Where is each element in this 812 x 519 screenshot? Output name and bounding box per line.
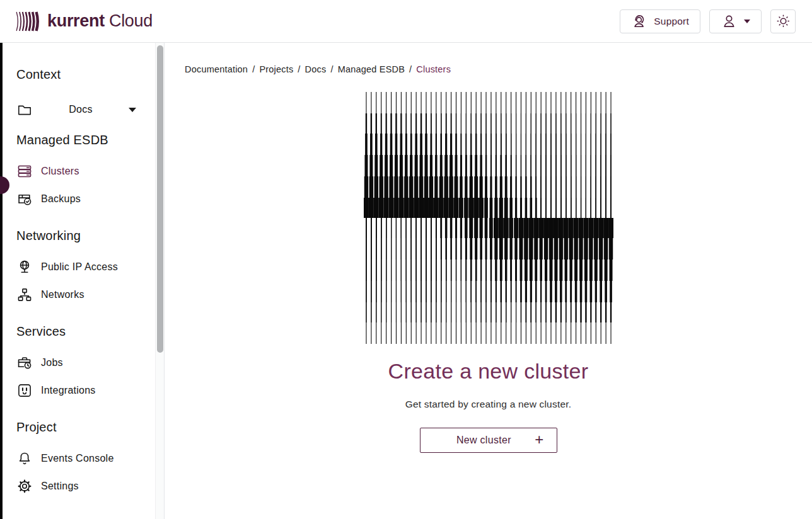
folder-icon (16, 101, 33, 118)
breadcrumb-separator: / (298, 64, 300, 74)
sidebar-heading-managed-esdb: Managed ESDB (16, 131, 155, 149)
sidebar-group-networking: Public IP Access Networks (16, 253, 155, 309)
sidebar-item-jobs[interactable]: Jobs (16, 349, 155, 377)
sidebar-item-networks[interactable]: Networks (16, 281, 155, 309)
breadcrumb-link-documentation[interactable]: Documentation (185, 64, 248, 74)
context-selector[interactable]: Docs (16, 97, 141, 122)
sidebar-item-public-ip-access[interactable]: Public IP Access (16, 253, 155, 281)
breadcrumb-link-managed-esdb[interactable]: Managed ESDB (338, 64, 405, 74)
sidebar-heading-services: Services (16, 322, 155, 340)
app-logo[interactable]: kurrentCloud (15, 10, 153, 33)
sidebar: Context Docs Managed ESDB Clusters (3, 43, 155, 519)
breadcrumb-separator: / (330, 64, 333, 74)
sidebar-item-label: Jobs (41, 357, 63, 368)
empty-state-title: Create a new cluster (388, 359, 589, 384)
app-header: kurrentCloud Support (0, 0, 812, 43)
logo-text: kurrentCloud (47, 11, 153, 31)
breadcrumb-current: Clusters (416, 64, 451, 74)
sidebar-heading-project: Project (16, 418, 155, 436)
logo-wave-icon (15, 10, 42, 33)
sidebar-heading-networking: Networking (16, 227, 155, 244)
app-body: Context Docs Managed ESDB Clusters (0, 43, 812, 519)
cluster-wave-illustration (364, 92, 613, 344)
user-menu-button[interactable] (709, 9, 762, 33)
sidebar-item-events-console[interactable]: Events Console (16, 445, 155, 472)
sidebar-scrollbar-track (155, 43, 165, 519)
settings-icon (16, 478, 33, 494)
backups-icon (16, 191, 33, 207)
events-console-icon (16, 450, 33, 467)
clusters-icon (16, 163, 33, 180)
sidebar-item-label: Integrations (41, 385, 96, 396)
sidebar-heading-context: Context (16, 66, 155, 83)
support-button[interactable]: Support (620, 9, 700, 33)
empty-state: Create a new cluster Get started by crea… (165, 92, 812, 453)
sidebar-scrollbar-thumb[interactable] (157, 45, 163, 353)
sidebar-item-label: Backups (41, 193, 81, 205)
chevron-down-icon (744, 20, 750, 23)
integrations-icon (16, 382, 33, 399)
sidebar-item-label: Public IP Access (41, 261, 118, 273)
breadcrumb-link-docs[interactable]: Docs (305, 64, 327, 74)
header-actions: Support (620, 9, 796, 33)
plus-icon: + (535, 432, 543, 447)
breadcrumb: Documentation/Projects/Docs/Managed ESDB… (185, 64, 812, 74)
breadcrumb-separator: / (252, 64, 255, 74)
logo-suffix: Cloud (109, 11, 153, 30)
theme-toggle-button[interactable] (770, 9, 796, 33)
networks-icon (16, 287, 33, 303)
sidebar-item-settings[interactable]: Settings (16, 472, 155, 500)
public-ip-icon (16, 259, 33, 275)
new-cluster-button-label: New cluster (433, 435, 535, 446)
sidebar-item-label: Events Console (41, 453, 114, 464)
jobs-icon (16, 355, 33, 371)
sidebar-group-project: Events Console Settings (16, 445, 155, 500)
sidebar-item-label: Settings (41, 481, 79, 492)
sidebar-group-services: Jobs Integrations (16, 349, 155, 404)
empty-state-subtitle: Get started by creating a new cluster. (405, 399, 571, 410)
logo-name: kurrent (47, 11, 105, 30)
breadcrumb-separator: / (409, 64, 412, 74)
new-cluster-button[interactable]: New cluster + (420, 428, 557, 453)
sidebar-item-backups[interactable]: Backups (16, 185, 155, 213)
sidebar-item-clusters[interactable]: Clusters (16, 157, 155, 185)
breadcrumb-link-projects[interactable]: Projects (259, 64, 293, 74)
theme-icon (775, 13, 791, 29)
sidebar-group-managed-esdb: Clusters Backups (16, 157, 155, 213)
sidebar-item-label: Clusters (41, 166, 79, 177)
chevron-down-icon (129, 108, 136, 112)
user-icon (721, 13, 738, 30)
main-content: Documentation/Projects/Docs/Managed ESDB… (165, 43, 812, 519)
sidebar-item-label: Networks (41, 289, 84, 300)
sidebar-item-integrations[interactable]: Integrations (16, 377, 155, 404)
context-selector-value: Docs (33, 104, 129, 115)
support-label: Support (654, 16, 689, 27)
support-icon (631, 13, 647, 30)
